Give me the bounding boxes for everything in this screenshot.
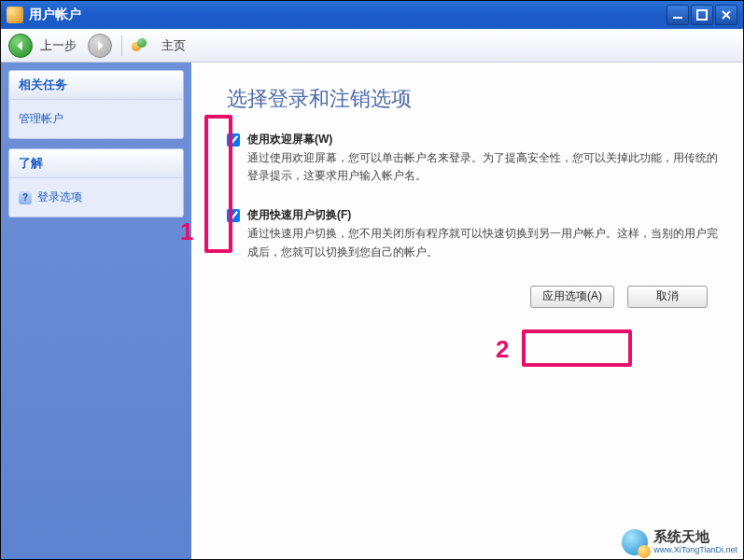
watermark-line1: 系统天地: [653, 528, 737, 545]
close-icon: [721, 9, 732, 21]
toolbar: 上一步 主页: [1, 29, 743, 63]
minimize-button[interactable]: [667, 5, 689, 25]
sidebar-link-label: 管理帐户: [19, 111, 63, 127]
option-fast-user-switching: 使用快速用户切换(F) 通过快速用户切换，您不用关闭所有程序就可以快速切换到另一…: [227, 207, 726, 260]
globe-icon: [622, 529, 648, 555]
arrow-right-icon: [93, 39, 106, 52]
svg-rect-1: [697, 10, 707, 20]
content-pane: 选择登录和注销选项 使用欢迎屏幕(W) 通过使用欢迎屏幕，您可以单击帐户名来登录…: [191, 63, 743, 559]
svg-rect-0: [673, 17, 682, 19]
maximize-icon: [696, 9, 708, 21]
annotation-box-2: [522, 329, 632, 367]
sidebar-tasks-header: 相关任务: [9, 71, 183, 100]
sidebar: 相关任务 管理帐户 了解 ? 登录选项: [1, 63, 191, 559]
option-welcome-screen: 使用欢迎屏幕(W) 通过使用欢迎屏幕，您可以单击帐户名来登录。为了提高安全性，您…: [227, 132, 726, 185]
checkbox-welcome-screen[interactable]: [227, 133, 240, 147]
sidebar-learn-panel: 了解 ? 登录选项: [8, 148, 184, 217]
maximize-button[interactable]: [691, 5, 713, 25]
app-icon: [7, 7, 23, 23]
page-heading: 选择登录和注销选项: [227, 85, 726, 113]
titlebar: 用户帐户: [1, 1, 743, 29]
checkbox-fast-user-switching[interactable]: [227, 209, 240, 222]
arrow-left-icon: [14, 39, 27, 52]
sidebar-learn-header: 了解: [9, 149, 183, 178]
button-row: 应用选项(A) 取消: [208, 286, 708, 308]
home-icon: [132, 36, 152, 55]
watermark-line2: www.XiTongTianDi.net: [653, 545, 737, 555]
option-title: 使用欢迎屏幕(W): [247, 132, 726, 147]
window-title: 用户帐户: [29, 7, 667, 23]
option-title: 使用快速用户切换(F): [247, 207, 726, 223]
option-desc: 通过使用欢迎屏幕，您可以单击帐户名来登录。为了提高安全性，您可以关掉此功能，用传…: [247, 149, 723, 185]
home-link[interactable]: 主页: [161, 37, 186, 54]
forward-button[interactable]: [88, 34, 112, 58]
close-button[interactable]: [715, 5, 737, 25]
sidebar-link-manage-accounts[interactable]: 管理帐户: [19, 107, 174, 131]
back-label: 上一步: [40, 37, 77, 54]
watermark: 系统天地 www.XiTongTianDi.net: [622, 528, 737, 555]
sidebar-link-login-options[interactable]: ? 登录选项: [19, 186, 174, 209]
back-button[interactable]: [8, 34, 33, 58]
sidebar-link-label: 登录选项: [37, 189, 82, 205]
annotation-number-2: 2: [496, 335, 509, 364]
apply-options-button[interactable]: 应用选项(A): [530, 286, 614, 308]
toolbar-separator: [121, 35, 122, 56]
main-area: 相关任务 管理帐户 了解 ? 登录选项 选择登录和注销选项 使用欢迎屏幕(W) …: [1, 63, 743, 559]
cancel-button[interactable]: 取消: [627, 286, 708, 308]
sidebar-tasks-panel: 相关任务 管理帐户: [8, 70, 184, 139]
question-icon: ?: [19, 191, 32, 204]
option-desc: 通过快速用户切换，您不用关闭所有程序就可以快速切换到另一用户帐户。这样，当别的用…: [247, 225, 723, 260]
window-controls: [667, 5, 737, 25]
minimize-icon: [672, 9, 683, 21]
